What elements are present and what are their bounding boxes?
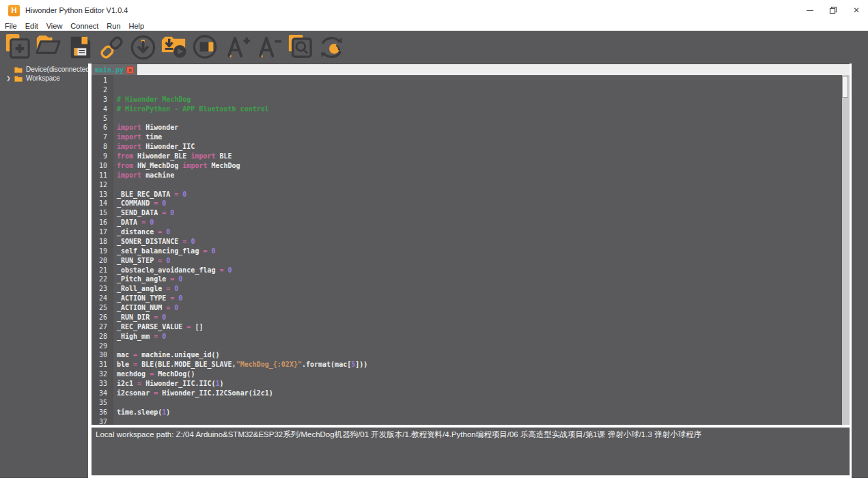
- save-button[interactable]: [65, 32, 96, 63]
- tab-main-py[interactable]: main.py x: [92, 64, 137, 75]
- toolbar: [0, 31, 868, 64]
- line-number: 25: [92, 304, 113, 313]
- code-line: 32mechdog = MechDog(): [92, 370, 850, 380]
- line-number: 14: [92, 199, 113, 209]
- sidebar-item-label: Workspace: [26, 74, 60, 82]
- code-line: 37: [92, 418, 850, 425]
- code-line: 10from HW_MechDog import MechDog: [92, 162, 850, 171]
- tab-label: main.py: [95, 66, 124, 74]
- code-line: 8import Hiwonder_IIC: [92, 143, 850, 152]
- code-line: 16_DATA = 0: [92, 219, 850, 228]
- code-line: 14_COMMAND = 0: [92, 199, 850, 209]
- open-folder-icon: [33, 32, 64, 63]
- tab-strip: main.py x: [92, 64, 850, 75]
- workspace-path-text: Local workspace path: Z:/04 Arduino&STM3…: [92, 428, 850, 442]
- line-number: 3: [92, 96, 113, 105]
- search-button[interactable]: [285, 32, 316, 63]
- sidebar-item-workspace[interactable]: ❯ Workspace: [0, 74, 88, 83]
- menu-view[interactable]: View: [42, 22, 67, 30]
- code-line: 20_RUN_STEP = 0: [92, 257, 850, 266]
- restore-button[interactable]: [822, 0, 845, 20]
- code-line: 7import time: [92, 133, 850, 143]
- code-line: 3# Hiwonder MechDog: [92, 96, 850, 105]
- code-editor[interactable]: 123# Hiwonder MechDog4# MicroPython - AP…: [92, 75, 850, 425]
- menu-help[interactable]: Help: [125, 22, 149, 30]
- stop-button[interactable]: [191, 32, 221, 63]
- line-number: 23: [92, 285, 113, 294]
- main-panel: main.py x 123# Hiwonder MechDog4# MicroP…: [88, 64, 852, 478]
- code-line: 19_self_balancing_flag = 0: [92, 247, 850, 257]
- code-line: 12: [92, 181, 850, 191]
- code-line: 28_High_mm = 0: [92, 333, 850, 342]
- line-number: 30: [92, 351, 113, 361]
- line-number: 11: [92, 171, 113, 181]
- sidebar-item-device[interactable]: Device(disconnected): [0, 65, 88, 74]
- minimize-button[interactable]: [798, 0, 822, 20]
- run-button[interactable]: [159, 32, 190, 63]
- folder-icon: [14, 66, 23, 73]
- code-line: 1: [92, 76, 850, 86]
- line-number: 13: [92, 191, 113, 200]
- line-number: 9: [92, 152, 113, 162]
- line-number: 31: [92, 361, 113, 370]
- line-number: 7: [92, 133, 113, 143]
- menu-edit[interactable]: Edit: [21, 22, 42, 30]
- code-line: 15_SEND_DATA = 0: [92, 209, 850, 219]
- code-line: 18_SONER_DISTANCE = 0: [92, 238, 850, 247]
- code-line: 5: [92, 115, 850, 124]
- new-file-button[interactable]: [2, 32, 33, 63]
- download-button[interactable]: [128, 32, 158, 63]
- app-logo-icon: H: [8, 5, 20, 16]
- chevron-right-icon[interactable]: ❯: [6, 74, 14, 83]
- refresh-button[interactable]: [316, 32, 347, 63]
- code-line: 6import Hiwonder: [92, 124, 850, 133]
- line-number: 19: [92, 247, 113, 257]
- line-number: 16: [92, 219, 113, 228]
- scrollbar-thumb[interactable]: [842, 76, 848, 98]
- code-line: 9from Hiwonder_BLE import BLE: [92, 152, 850, 162]
- code-line: 17_distance = 0: [92, 228, 850, 238]
- restore-icon: [829, 6, 837, 14]
- code-line: 24_ACTION_TYPE = 0: [92, 294, 850, 304]
- code-line: 4# MicroPython - APP Bluetooth control: [92, 105, 850, 115]
- open-folder-button[interactable]: [33, 32, 64, 63]
- vertical-scrollbar[interactable]: [842, 75, 850, 425]
- line-number: 8: [92, 143, 113, 152]
- code-line: 36time.sleep(1): [92, 408, 850, 418]
- code-line: 25_ACTION_NUM = 0: [92, 304, 850, 313]
- line-number: 15: [92, 209, 113, 219]
- bottom-margin: [0, 478, 868, 489]
- line-number: 28: [92, 333, 113, 342]
- connect-button[interactable]: [96, 32, 127, 63]
- line-number: 29: [92, 342, 113, 352]
- tab-close-icon[interactable]: x: [126, 66, 134, 74]
- code-line: 35: [92, 399, 850, 408]
- window-title: Hiwonder Python Editor V1.0.4: [25, 6, 128, 14]
- sidebar-item-label: Device(disconnected): [26, 66, 92, 73]
- stop-icon: [191, 32, 221, 63]
- code-line: 29: [92, 342, 850, 352]
- line-number: 17: [92, 228, 113, 238]
- line-number: 10: [92, 162, 113, 171]
- code-lines: 123# Hiwonder MechDog4# MicroPython - AP…: [92, 76, 850, 425]
- code-line: 22_Pitch_angle = 0: [92, 275, 850, 285]
- code-line: 13_BLE_REC_DATA = 0: [92, 191, 850, 200]
- line-number: 20: [92, 257, 113, 266]
- code-line: 27_REC_PARSE_VALUE = []: [92, 323, 850, 333]
- connect-icon: [96, 32, 127, 63]
- line-number: 26: [92, 313, 113, 323]
- close-button[interactable]: ✕: [845, 0, 868, 20]
- line-number: 33: [92, 380, 113, 389]
- line-number: 27: [92, 323, 113, 333]
- save-icon: [65, 32, 96, 63]
- menu-file[interactable]: File: [1, 22, 21, 30]
- line-number: 32: [92, 370, 113, 380]
- font-increase-button[interactable]: [222, 32, 253, 63]
- menu-connect[interactable]: Connect: [66, 22, 102, 30]
- menu-run[interactable]: Run: [102, 22, 124, 30]
- font-decrease-button[interactable]: [253, 32, 284, 63]
- folder-icon: [14, 75, 23, 82]
- line-number: 34: [92, 389, 113, 399]
- code-line: 33i2c1 = Hiwonder_IIC.IIC(1): [92, 380, 850, 389]
- editor-block: main.py x 123# Hiwonder MechDog4# MicroP…: [92, 64, 850, 425]
